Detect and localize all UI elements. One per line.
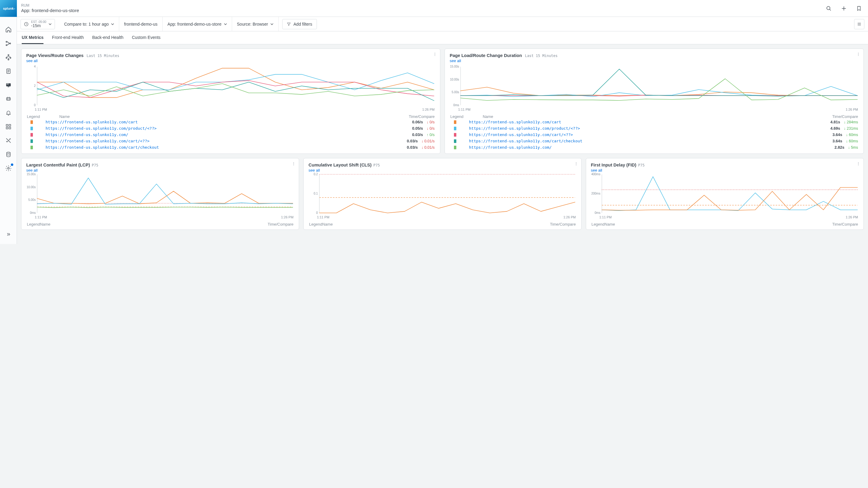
time-range-picker[interactable]: EST -05:00 -15m: [21, 19, 55, 29]
see-all-link[interactable]: see all: [26, 168, 38, 172]
nav-settings-icon[interactable]: [4, 163, 13, 173]
svg-rect-20: [9, 127, 10, 129]
card-lcp: Largest Contentful Paint (LCP)P75 see al…: [21, 158, 299, 230]
card-title: Largest Contentful Paint (LCP): [26, 163, 90, 167]
legend-link[interactable]: https://frontend-us.splunko11y.com/: [45, 132, 128, 137]
nav-data-icon[interactable]: [4, 150, 13, 159]
chart-lcp: 0ms5.00s10.00s15.00s: [26, 172, 294, 215]
svg-text:0.2: 0.2: [314, 172, 318, 176]
fe-filter[interactable]: frontend-demo-us: [119, 17, 163, 31]
svg-rect-17: [6, 125, 8, 126]
legend-delta: ↓ 231ms: [844, 126, 858, 131]
svg-point-21: [7, 152, 10, 153]
legend-value: 0.03/s: [407, 145, 418, 150]
bookmark-icon[interactable]: [855, 4, 863, 13]
add-icon[interactable]: [840, 4, 848, 13]
svg-point-26: [435, 54, 435, 55]
compare-picker[interactable]: Compare to: 1 hour ago: [59, 17, 119, 31]
card-menu-icon[interactable]: [856, 161, 861, 166]
card-subtitle: Last 15 Minutes: [525, 54, 557, 58]
card-fid: First Input Delay (FID)P75 see all 0ms20…: [586, 158, 864, 230]
legend-row: https://frontend-us.splunko11y.com/2.82s…: [450, 144, 859, 151]
legend-value: 4.81s: [830, 120, 840, 124]
panel-menu-button[interactable]: [854, 19, 864, 29]
legend-row: https://frontend-us.splunko11y.com/cart/…: [450, 138, 859, 144]
tab-ux-metrics[interactable]: UX Metrics: [22, 31, 43, 44]
legend-link[interactable]: https://frontend-us.splunko11y.com/: [469, 145, 552, 150]
filter-icon: [287, 22, 291, 26]
rail-expand-icon[interactable]: [4, 230, 13, 239]
legend-link[interactable]: https://frontend-us.splunko11y.com/cart: [45, 120, 137, 124]
card-menu-icon[interactable]: [433, 52, 437, 57]
nav-rum-icon[interactable]: [4, 80, 13, 90]
legend-link[interactable]: https://frontend-us.splunko11y.com/cart/…: [469, 139, 583, 143]
chevron-down-icon: [271, 23, 273, 26]
tab-custom-events[interactable]: Custom Events: [132, 31, 161, 44]
breadcrumb: RUM App: frontend-demo-us-store: [21, 3, 79, 13]
legend-swatch: [30, 139, 33, 143]
chevron-down-icon: [49, 23, 52, 26]
nav-apm-icon[interactable]: [4, 39, 13, 48]
source-filter[interactable]: Source: Browser: [232, 17, 279, 31]
svg-rect-13: [7, 87, 9, 87]
legend-link[interactable]: https://frontend-us.splunko11y.com/produ…: [45, 126, 157, 131]
splunk-logo[interactable]: splunk›: [0, 0, 17, 17]
svg-rect-18: [9, 125, 10, 126]
see-all-link[interactable]: see all: [450, 59, 461, 63]
see-all-link[interactable]: see all: [591, 168, 602, 172]
tab-frontend-health[interactable]: Front-end Health: [52, 31, 84, 44]
tab-backend-health[interactable]: Back-end Health: [92, 31, 123, 44]
nav-metrics-icon[interactable]: [4, 136, 13, 145]
legend-delta: ↓ 60ms: [846, 133, 858, 137]
legend-link[interactable]: https://frontend-us.splunko11y.com/cart/…: [469, 132, 573, 137]
product-name: RUM: [21, 3, 79, 8]
nav-logs-icon[interactable]: [4, 66, 13, 76]
card-title: Page Load/Route Change Duration: [450, 53, 522, 58]
content-area: Page Views/Route Changes Last 15 Minutes…: [17, 44, 868, 244]
app-filter[interactable]: App: frontend-demo-us-store: [163, 17, 232, 31]
card-menu-icon[interactable]: [291, 161, 296, 166]
legend-link[interactable]: https://frontend-us.splunko11y.com/cart/…: [45, 145, 159, 150]
svg-point-51: [576, 163, 577, 164]
nav-dashboards-icon[interactable]: [4, 122, 13, 131]
clock-icon: [24, 22, 29, 27]
legend-link[interactable]: https://frontend-us.splunko11y.com/cart/…: [45, 139, 149, 143]
axis-start: 1:11 PM: [458, 108, 470, 111]
svg-text:splunk: splunk: [3, 7, 14, 10]
nav-synthetics-icon[interactable]: [4, 94, 13, 104]
menu-icon: [857, 22, 862, 26]
see-all-link[interactable]: see all: [26, 59, 38, 63]
svg-text:0: 0: [34, 103, 36, 107]
svg-point-32: [858, 53, 859, 54]
svg-point-5: [9, 43, 10, 44]
svg-rect-12: [7, 84, 9, 85]
legend-delta: ↓ 284ms: [844, 120, 858, 124]
svg-point-9: [8, 59, 9, 60]
card-menu-icon[interactable]: [574, 161, 578, 166]
legend-delta: ↑ 0/s: [427, 133, 435, 137]
legend-delta: ↓ 5ms: [848, 145, 858, 150]
legend-value: 3.64s: [832, 132, 842, 137]
nav-alerts-icon[interactable]: [4, 108, 13, 118]
svg-text:5.00s: 5.00s: [452, 91, 459, 94]
svg-point-60: [858, 163, 859, 164]
legend-link[interactable]: https://frontend-us.splunko11y.com/produ…: [469, 126, 580, 131]
legend-swatch: [454, 139, 456, 143]
nav-home-icon[interactable]: [4, 25, 13, 34]
svg-text:0ms: 0ms: [453, 103, 459, 107]
svg-point-6: [8, 55, 9, 56]
card-title: Page Views/Route Changes: [26, 53, 84, 58]
legend-row: https://frontend-us.splunko11y.com/produ…: [450, 125, 859, 131]
legend-value: 3.64s: [832, 139, 842, 143]
card-menu-icon[interactable]: [856, 52, 861, 57]
nav-infra-icon[interactable]: [4, 53, 13, 62]
search-icon[interactable]: [825, 4, 833, 13]
page-title: App: frontend-demo-us-store: [21, 8, 79, 13]
chart-cls: 00.10.2: [308, 172, 576, 215]
card-cls: Cumulative Layout Shift (CLS)P75 see all…: [303, 158, 581, 230]
legend-swatch: [454, 133, 456, 137]
see-all-link[interactable]: see all: [308, 168, 320, 172]
svg-text:15.00s: 15.00s: [27, 172, 36, 176]
legend-link[interactable]: https://frontend-us.splunko11y.com/cart: [469, 120, 561, 124]
add-filters-button[interactable]: Add filters: [282, 19, 317, 29]
